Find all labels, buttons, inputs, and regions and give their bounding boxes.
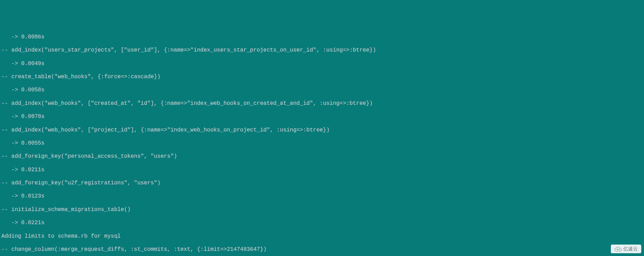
output-line: -> 0.0049s (1, 61, 643, 67)
output-line: -> 0.0221s (1, 220, 643, 226)
svg-point-1 (619, 249, 620, 250)
output-line: -- add_index("web_hooks", ["created_at",… (1, 100, 643, 107)
watermark-badge: 亿速云 (611, 245, 641, 253)
terminal-output: -> 0.0086s -- add_index("users_star_proj… (0, 27, 644, 256)
output-line: Adding limits to schema.rb for mysql (1, 233, 643, 240)
output-line: -- initialize_schema_migrations_table() (1, 207, 643, 213)
svg-point-0 (617, 249, 618, 250)
output-line: -- create_table("web_hooks", {:force=>:c… (1, 74, 643, 80)
watermark-text: 亿速云 (623, 246, 638, 252)
output-line: -- change_column(:merge_request_diffs, :… (1, 246, 643, 253)
output-line: -- add_foreign_key("u2f_registrations", … (1, 180, 643, 186)
output-line: -> 0.0055s (1, 140, 643, 147)
output-line: -> 0.0086s (1, 34, 643, 40)
output-line: -> 0.0078s (1, 113, 643, 120)
output-line: -> 0.0211s (1, 167, 643, 173)
cloud-icon (614, 247, 622, 252)
output-line: -- add_index("web_hooks", ["project_id"]… (1, 127, 643, 134)
output-line: -> 0.0058s (1, 87, 643, 93)
output-line: -- add_foreign_key("personal_access_toke… (1, 153, 643, 160)
output-line: -> 0.0123s (1, 193, 643, 200)
output-line: -- add_index("users_star_projects", ["us… (1, 47, 643, 54)
